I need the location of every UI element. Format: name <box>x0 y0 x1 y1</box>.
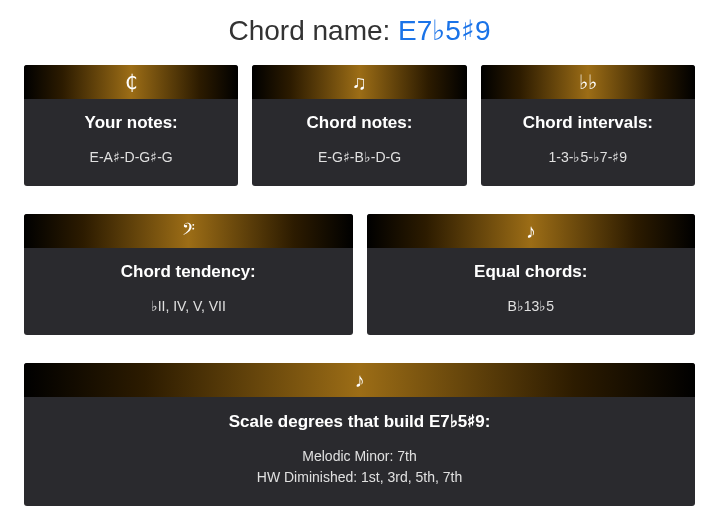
chord-name: E7♭5♯9 <box>398 15 490 46</box>
bass-clef-icon: 𝄢 <box>24 214 353 248</box>
card-value: E-A♯-D-G♯-G <box>24 147 238 168</box>
card-scale-degrees: ♪ Scale degrees that build E7♭5♯9: Melod… <box>24 363 695 506</box>
card-value: 1-3-♭5-♭7-♯9 <box>481 147 695 168</box>
card-chord-intervals: ♭♭ Chord intervals: 1-3-♭5-♭7-♯9 <box>481 65 695 186</box>
double-flat-icon: ♭♭ <box>481 65 695 99</box>
music-notes-icon: ♫ <box>252 65 466 99</box>
title-prefix: Chord name: <box>228 15 398 46</box>
cent-icon: ₵ <box>24 65 238 99</box>
card-value: Melodic Minor: 7th HW Diminished: 1st, 3… <box>24 446 695 488</box>
scale-line-2: HW Diminished: 1st, 3rd, 5th, 7th <box>257 469 462 485</box>
card-value: B♭13♭5 <box>367 296 696 317</box>
card-label: Equal chords: <box>367 262 696 282</box>
card-chord-notes: ♫ Chord notes: E-G♯-B♭-D-G <box>252 65 466 186</box>
card-label: Chord notes: <box>252 113 466 133</box>
scale-line-1: Melodic Minor: 7th <box>302 448 416 464</box>
card-chord-tendency: 𝄢 Chord tendency: ♭II, IV, V, VII <box>24 214 353 335</box>
eighth-note-icon: ♪ <box>24 363 695 397</box>
card-label: Chord tendency: <box>24 262 353 282</box>
card-equal-chords: ♪ Equal chords: B♭13♭5 <box>367 214 696 335</box>
card-value: E-G♯-B♭-D-G <box>252 147 466 168</box>
card-value: ♭II, IV, V, VII <box>24 296 353 317</box>
cards-grid: ₵ Your notes: E-A♯-D-G♯-G ♫ Chord notes:… <box>0 65 719 506</box>
card-label: Scale degrees that build E7♭5♯9: <box>24 411 695 432</box>
card-label: Your notes: <box>24 113 238 133</box>
page-title: Chord name: E7♭5♯9 <box>0 14 719 47</box>
eighth-note-icon: ♪ <box>367 214 696 248</box>
card-your-notes: ₵ Your notes: E-A♯-D-G♯-G <box>24 65 238 186</box>
card-label: Chord intervals: <box>481 113 695 133</box>
